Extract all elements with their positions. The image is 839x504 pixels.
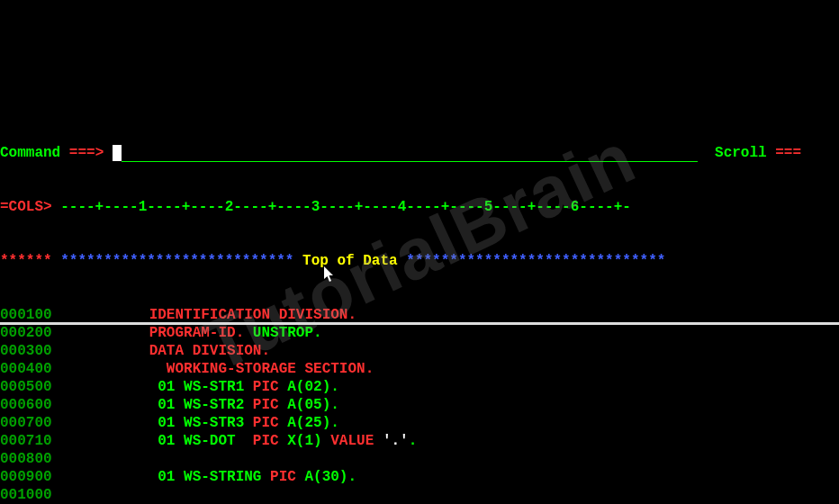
code-line[interactable]: 000300 DATA DIVISION. — [0, 342, 839, 360]
command-arrow: ===> — [69, 145, 104, 161]
code-token[interactable]: PIC — [253, 397, 279, 413]
code-token[interactable]: VALUE — [330, 433, 374, 449]
code-token[interactable]: 01 WS-STR1 — [158, 379, 253, 395]
code-token[interactable]: X(1) — [279, 433, 331, 449]
code-token[interactable]: A(02). — [279, 379, 339, 395]
command-label: Command — [0, 145, 60, 161]
code-line[interactable]: 000400 WORKING-STORAGE SECTION. — [0, 360, 839, 378]
indent — [54, 361, 167, 377]
sequence-number[interactable]: 000200 — [0, 324, 54, 342]
command-line[interactable]: Command ===> Scroll === — [0, 144, 839, 162]
code-token[interactable]: PIC — [253, 415, 279, 431]
code-token[interactable]: 01 WS-STR2 — [158, 397, 253, 413]
command-input[interactable] — [122, 148, 698, 162]
code-line[interactable]: 000500 01 WS-STR1 PIC A(02). — [0, 378, 839, 396]
sequence-number[interactable]: 000500 — [0, 378, 54, 396]
indent — [54, 325, 149, 341]
code-line[interactable]: 000600 01 WS-STR2 PIC A(05). — [0, 396, 839, 414]
indent — [54, 433, 158, 449]
code-line[interactable]: 000800 — [0, 450, 839, 468]
indent — [54, 343, 149, 359]
code-line[interactable]: 000100 IDENTIFICATION DIVISION. — [0, 306, 839, 324]
indent — [54, 469, 158, 485]
code-line[interactable]: 000710 01 WS-DOT PIC X(1) VALUE '.'. — [0, 432, 839, 450]
code-token[interactable]: PIC — [253, 433, 279, 449]
editor-area[interactable]: Command ===> Scroll === =COLS> ----+----… — [0, 108, 839, 504]
code-token[interactable]: DATA DIVISION. — [149, 343, 270, 359]
code-token[interactable]: A(30). — [296, 469, 356, 485]
top-of-data: ****** *************************** Top o… — [0, 252, 839, 270]
sequence-number[interactable]: 000100 — [0, 306, 54, 324]
code-token[interactable]: 01 WS-STRING — [158, 469, 270, 485]
code-token[interactable]: IDENTIFICATION DIVISION. — [149, 307, 356, 323]
ruler-text: ----+----1----+----2----+----3----+----4… — [52, 199, 631, 215]
sequence-number[interactable]: 000700 — [0, 414, 54, 432]
sequence-number[interactable]: 000300 — [0, 342, 54, 360]
marker-stars: ****************************** — [406, 253, 665, 269]
code-line[interactable]: 000700 01 WS-STR3 PIC A(25). — [0, 414, 839, 432]
indent — [54, 415, 158, 431]
marker-stars: ****** — [0, 253, 52, 269]
sequence-number[interactable]: 000900 — [0, 468, 54, 486]
scroll-arrow: === — [775, 145, 801, 161]
code-token[interactable]: . — [409, 433, 418, 449]
scroll-label: Scroll — [715, 145, 767, 161]
indent — [54, 307, 149, 323]
marker-stars: *************************** — [52, 253, 294, 269]
sequence-number[interactable]: 000400 — [0, 360, 54, 378]
indent — [54, 397, 158, 413]
code-token[interactable]: PROGRAM-ID. — [149, 325, 245, 341]
code-line[interactable]: 000200 PROGRAM-ID. UNSTROP. — [0, 324, 839, 342]
code-token[interactable]: 01 WS-STR3 — [158, 415, 253, 431]
code-token[interactable]: PIC — [270, 469, 296, 485]
code-token[interactable]: 01 WS-DOT — [158, 433, 253, 449]
sequence-number[interactable]: 000800 — [0, 450, 54, 468]
text-cursor — [113, 145, 122, 161]
code-token[interactable]: '.' — [374, 433, 408, 449]
code-token[interactable]: A(25). — [279, 415, 339, 431]
sequence-number[interactable]: 000710 — [0, 432, 54, 450]
top-label: Top of Data — [293, 253, 406, 269]
panel-divider — [0, 322, 839, 325]
indent — [54, 379, 158, 395]
code-line[interactable]: 001000 — [0, 486, 839, 504]
cols-ruler: =COLS> ----+----1----+----2----+----3---… — [0, 198, 839, 216]
code-token[interactable]: WORKING-STORAGE SECTION. — [167, 361, 374, 377]
sequence-number[interactable]: 000600 — [0, 396, 54, 414]
cols-label: =COLS> — [0, 199, 52, 215]
code-token[interactable]: PIC — [253, 379, 279, 395]
code-token[interactable]: A(05). — [279, 397, 339, 413]
sequence-number[interactable]: 001000 — [0, 486, 54, 504]
code-token[interactable]: UNSTROP. — [244, 325, 321, 341]
code-line[interactable]: 000900 01 WS-STRING PIC A(30). — [0, 468, 839, 486]
